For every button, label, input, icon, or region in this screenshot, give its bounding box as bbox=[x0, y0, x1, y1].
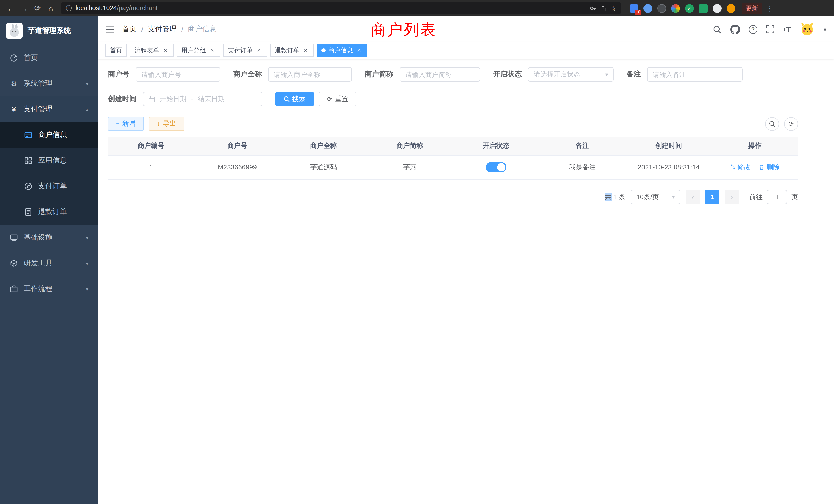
sidebar-item-label: 支付管理 bbox=[24, 105, 81, 114]
github-icon[interactable] bbox=[730, 24, 740, 34]
sidebar-item-label: 系统管理 bbox=[24, 79, 81, 88]
filter-row-2: 创建时间 开始日期 - 结束日期 bbox=[108, 92, 824, 106]
extension-dark-icon[interactable] bbox=[657, 4, 666, 13]
select-caret-icon: ▾ bbox=[672, 193, 675, 200]
filter-status: 开启状态 请选择开启状态 ▾ bbox=[493, 67, 614, 82]
chrome-update-button[interactable]: 更新 bbox=[742, 2, 762, 14]
extension-badge: 10 bbox=[635, 9, 641, 15]
logo[interactable]: 芋道管理系统 bbox=[0, 17, 97, 45]
cell-short-name: 芋艿 bbox=[367, 155, 453, 179]
logo-bunny-icon bbox=[6, 23, 23, 39]
breadcrumb-home[interactable]: 首页 bbox=[122, 25, 137, 34]
tab-home[interactable]: 首页 bbox=[105, 44, 127, 57]
dashboard-icon bbox=[9, 54, 19, 62]
filter-create-time: 创建时间 开始日期 - 结束日期 bbox=[108, 92, 262, 106]
merchant-no-input[interactable] bbox=[136, 67, 220, 82]
sidebar-item-payment[interactable]: ¥ 支付管理 ▴ bbox=[0, 96, 97, 122]
search-button[interactable]: 搜索 bbox=[275, 92, 314, 106]
extension-color-wheel-icon[interactable] bbox=[671, 4, 680, 13]
merchant-table: 商户编号 商户号 商户全称 商户简称 开启状态 备注 创建时间 操作 1 bbox=[108, 137, 798, 179]
select-caret-icon: ▾ bbox=[605, 71, 608, 78]
top-navbar: 首页 / 支付管理 / 商户信息 ? bbox=[97, 17, 834, 42]
extension-light-icon[interactable] bbox=[713, 4, 722, 13]
goto-page-input[interactable] bbox=[767, 190, 787, 204]
search-icon[interactable] bbox=[712, 25, 721, 33]
col-merchant-no: 商户号 bbox=[194, 137, 280, 155]
next-page-button[interactable]: › bbox=[725, 190, 739, 204]
fullscreen-icon[interactable] bbox=[766, 25, 774, 33]
tab-refund-order[interactable]: 退款订单 × bbox=[270, 44, 314, 57]
edit-link[interactable]: ✎修改 bbox=[730, 162, 750, 172]
refresh-icon-button[interactable]: ⟳ bbox=[784, 117, 798, 131]
extension-drop-icon[interactable] bbox=[643, 4, 652, 13]
tab-close-icon[interactable]: × bbox=[255, 47, 262, 54]
sidebar-item-refund-order[interactable]: 退款订单 bbox=[0, 199, 97, 225]
remark-input[interactable] bbox=[647, 67, 743, 82]
sidebar-item-app-info[interactable]: 应用信息 bbox=[0, 148, 97, 174]
toggle-search-icon-button[interactable] bbox=[765, 117, 779, 131]
browser-menu-icon[interactable]: ⋮ bbox=[766, 4, 773, 12]
sidebar-item-infrastructure[interactable]: 基础设施 ▾ bbox=[0, 225, 97, 250]
tab-close-icon[interactable]: × bbox=[302, 47, 309, 54]
tab-label: 首页 bbox=[110, 46, 122, 55]
tab-process-form[interactable]: 流程表单 × bbox=[130, 44, 174, 57]
short-name-input[interactable] bbox=[399, 67, 480, 82]
tab-pay-order[interactable]: 支付订单 × bbox=[223, 44, 267, 57]
date-range-picker[interactable]: 开始日期 - 结束日期 bbox=[143, 92, 262, 106]
browser-back-icon[interactable]: ← bbox=[4, 2, 18, 15]
sidebar-item-system[interactable]: ⚙ 系统管理 ▾ bbox=[0, 71, 97, 96]
reset-button[interactable]: ⟳ 重置 bbox=[319, 92, 356, 106]
filter-remark: 备注 bbox=[627, 67, 743, 82]
extension-puzzle-icon[interactable]: 10 bbox=[630, 4, 638, 13]
extension-green-check-icon[interactable]: ✓ bbox=[685, 4, 694, 13]
user-avatar[interactable] bbox=[799, 22, 815, 37]
font-size-icon[interactable]: TT bbox=[783, 25, 791, 33]
sidebar-item-dev-tools[interactable]: 研发工具 ▾ bbox=[0, 250, 97, 276]
page-size-select[interactable]: 10条/页 ▾ bbox=[631, 190, 680, 204]
bookmark-star-icon[interactable]: ☆ bbox=[610, 4, 616, 12]
extension-green-square-icon[interactable] bbox=[699, 4, 708, 13]
avatar-caret-icon[interactable]: ▾ bbox=[824, 26, 826, 32]
browser-reload-icon[interactable]: ⟳ bbox=[31, 2, 44, 15]
page-1-button[interactable]: 1 bbox=[705, 190, 720, 204]
delete-link[interactable]: 删除 bbox=[759, 162, 780, 172]
cell-remark: 我是备注 bbox=[539, 155, 626, 179]
full-name-label: 商户全称 bbox=[233, 70, 262, 79]
prev-page-button[interactable]: ‹ bbox=[686, 190, 700, 204]
profile-avatar-icon[interactable] bbox=[727, 4, 736, 13]
help-icon[interactable]: ? bbox=[748, 25, 757, 33]
tab-close-icon[interactable]: × bbox=[162, 47, 169, 54]
sidebar-submenu-payment: 商户信息 应用信息 支付订单 退款订单 bbox=[0, 122, 97, 225]
address-bar[interactable]: ⓘ localhost:1024/pay/merchant ☆ bbox=[61, 2, 621, 14]
col-merchant-id: 商户编号 bbox=[108, 137, 194, 155]
share-icon[interactable] bbox=[600, 5, 607, 12]
page-size-value: 10条/页 bbox=[636, 192, 672, 202]
tab-close-icon[interactable]: × bbox=[208, 47, 216, 54]
tab-close-icon[interactable]: × bbox=[355, 47, 363, 54]
tab-label: 退款订单 bbox=[275, 46, 300, 55]
merchant-no-label: 商户号 bbox=[108, 70, 129, 79]
tab-user-group[interactable]: 用户分组 × bbox=[177, 44, 220, 57]
status-select[interactable]: 请选择开启状态 ▾ bbox=[528, 67, 614, 82]
filter-full-name: 商户全称 bbox=[233, 67, 352, 82]
browser-home-icon[interactable]: ⌂ bbox=[44, 2, 58, 15]
full-name-input[interactable] bbox=[268, 67, 352, 82]
add-button[interactable]: + 新增 bbox=[108, 116, 144, 131]
sidebar-item-home[interactable]: 首页 bbox=[0, 45, 97, 71]
breadcrumb-payment[interactable]: 支付管理 bbox=[148, 25, 177, 34]
sidebar-collapse-icon[interactable] bbox=[105, 25, 114, 33]
table-toolbar: + 新增 ↓ 导出 ⟳ bbox=[108, 116, 798, 131]
sidebar-item-merchant-info[interactable]: 商户信息 bbox=[0, 122, 97, 148]
breadcrumb-separator: / bbox=[181, 25, 183, 33]
tab-merchant-info[interactable]: 商户信息 × bbox=[317, 44, 367, 57]
browser-forward-icon[interactable]: → bbox=[18, 2, 31, 15]
sidebar-item-pay-order[interactable]: 支付订单 bbox=[0, 174, 97, 199]
sidebar-item-label: 首页 bbox=[24, 53, 88, 63]
password-key-icon[interactable] bbox=[590, 5, 596, 12]
sidebar-item-workflow[interactable]: 工作流程 ▾ bbox=[0, 276, 97, 302]
screen: ← → ⟳ ⌂ ⓘ localhost:1024/pay/merchant ☆ … bbox=[0, 0, 834, 504]
export-button[interactable]: ↓ 导出 bbox=[149, 116, 184, 131]
site-info-icon[interactable]: ⓘ bbox=[66, 4, 72, 13]
status-toggle[interactable] bbox=[486, 162, 506, 172]
box-icon bbox=[9, 259, 19, 268]
